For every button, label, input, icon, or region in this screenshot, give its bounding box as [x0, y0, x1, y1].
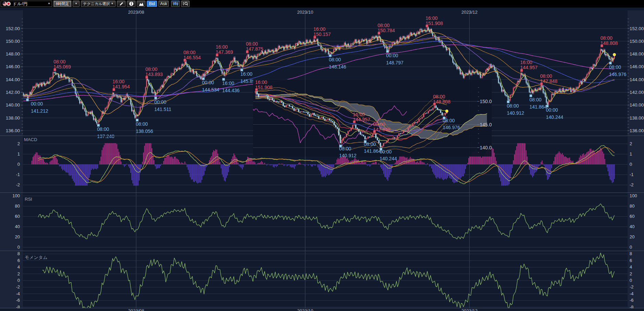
- svg-text:00:00: 00:00: [380, 149, 392, 154]
- svg-text:08:00: 08:00: [329, 57, 341, 62]
- bid-button[interactable]: Bid: [147, 1, 157, 7]
- svg-text:6: 6: [630, 258, 632, 263]
- info-icon: [129, 1, 134, 6]
- draw-pencil-button[interactable]: [117, 1, 126, 7]
- zoom-button[interactable]: [181, 1, 190, 7]
- swing-marker: [136, 119, 139, 121]
- swing-marker: [241, 69, 243, 71]
- swing-marker: [155, 97, 157, 99]
- svg-text:2023/12: 2023/12: [462, 10, 478, 15]
- chevron-down-icon: ▼: [75, 2, 77, 5]
- svg-text:2: 2: [17, 271, 20, 276]
- svg-text:08:00: 08:00: [53, 59, 65, 64]
- svg-text:-2: -2: [630, 284, 634, 289]
- svg-text:146.554: 146.554: [183, 55, 201, 60]
- zoom-icon: [182, 1, 188, 6]
- svg-text:-2: -2: [16, 284, 20, 289]
- svg-text:08:00: 08:00: [433, 94, 445, 99]
- us-jp-flag-icons: [2, 1, 11, 6]
- svg-text:00:00: 00:00: [546, 107, 558, 113]
- swing-marker: [546, 105, 549, 107]
- svg-text:152.00: 152.00: [6, 26, 20, 31]
- svg-text:16:00: 16:00: [222, 80, 234, 86]
- svg-text:141.954: 141.954: [112, 84, 130, 89]
- svg-text:144.00: 144.00: [6, 77, 20, 82]
- svg-text:100: 100: [12, 193, 20, 198]
- svg-text:148.00: 148.00: [630, 51, 644, 57]
- chevron-down-icon: ▼: [111, 2, 114, 5]
- svg-text:4: 4: [630, 264, 632, 270]
- chart-type-button[interactable]: [171, 1, 180, 7]
- svg-text:-4: -4: [630, 291, 634, 296]
- swing-marker: [26, 99, 29, 101]
- ask-button[interactable]: Ask: [158, 1, 169, 7]
- info-button[interactable]: [127, 1, 135, 7]
- svg-text:-1: -1: [16, 172, 20, 177]
- svg-text:08:00: 08:00: [145, 66, 157, 72]
- svg-text:138.00: 138.00: [630, 115, 644, 121]
- svg-text:-2: -2: [630, 182, 634, 187]
- svg-text:0: 0: [630, 162, 632, 167]
- swing-marker: [97, 124, 100, 126]
- svg-text:147.369: 147.369: [216, 49, 233, 55]
- svg-text:60: 60: [15, 214, 20, 219]
- svg-text:144.436: 144.436: [222, 88, 240, 93]
- svg-text:-6: -6: [630, 298, 634, 303]
- svg-text:148.146: 148.146: [329, 64, 346, 70]
- svg-text:140.00: 140.00: [630, 102, 644, 108]
- svg-text:0: 0: [630, 278, 632, 283]
- svg-text:00:00: 00:00: [202, 80, 214, 85]
- svg-text:150.0: 150.0: [480, 99, 492, 104]
- svg-text:141.511: 141.511: [154, 107, 171, 112]
- svg-text:150.00: 150.00: [6, 39, 20, 44]
- currency-pair-label: ドル/円: [13, 1, 46, 7]
- mountain-chart-button[interactable]: [137, 1, 145, 7]
- technical-select-button[interactable]: テクニカル選択 ▼: [81, 1, 116, 7]
- svg-text:6: 6: [17, 258, 20, 263]
- svg-text:136.00: 136.00: [630, 128, 644, 133]
- svg-text:16:00: 16:00: [240, 71, 252, 77]
- svg-text:143.893: 143.893: [145, 72, 163, 77]
- timeframe-dropdown-button[interactable]: ▼: [73, 1, 80, 7]
- svg-text:80: 80: [15, 203, 20, 209]
- svg-text:08:00: 08:00: [540, 73, 552, 79]
- svg-text:140.0: 140.0: [480, 145, 492, 150]
- swing-marker: [530, 95, 532, 97]
- timeframe-chip[interactable]: 8時間足: [53, 1, 71, 7]
- svg-text:142.00: 142.00: [6, 90, 20, 95]
- pencil-icon: [119, 1, 124, 6]
- svg-text:148.00: 148.00: [6, 51, 20, 57]
- currency-pair-select[interactable]: ドル/円 ▼: [1, 1, 52, 7]
- svg-text:148.797: 148.797: [386, 60, 404, 65]
- svg-text:1: 1: [17, 151, 20, 157]
- svg-text:16:00: 16:00: [313, 26, 325, 32]
- swing-marker: [223, 78, 225, 80]
- swing-marker: [507, 101, 510, 103]
- svg-text:16:00: 16:00: [112, 79, 124, 84]
- svg-text:1: 1: [630, 151, 632, 157]
- svg-text:150.784: 150.784: [378, 28, 395, 33]
- svg-text:08:00: 08:00: [246, 41, 258, 47]
- svg-text:MACD: MACD: [24, 137, 37, 142]
- mountain-chart-icon: [139, 2, 144, 6]
- svg-text:2023/10: 2023/10: [297, 10, 313, 15]
- chart-canvas[interactable]: 2023/082023/082023/102023/102023/122023/…: [0, 8, 644, 311]
- svg-text:08:00: 08:00: [378, 23, 390, 28]
- svg-text:2: 2: [17, 141, 20, 146]
- svg-text:08:00: 08:00: [136, 121, 148, 127]
- svg-text:146.976: 146.976: [443, 125, 460, 130]
- svg-text:146.976: 146.976: [609, 72, 627, 77]
- svg-text:140.912: 140.912: [339, 153, 357, 158]
- svg-text:-4: -4: [16, 291, 20, 296]
- svg-text:-1: -1: [630, 172, 634, 177]
- svg-text:141.212: 141.212: [31, 108, 48, 114]
- svg-text:20: 20: [630, 234, 634, 239]
- price-chart-svg[interactable]: 2023/082023/082023/102023/102023/122023/…: [0, 8, 644, 311]
- chevron-down-icon: ▼: [48, 2, 50, 5]
- svg-text:2: 2: [630, 271, 632, 276]
- svg-text:144.957: 144.957: [353, 117, 370, 122]
- svg-text:138.00: 138.00: [6, 115, 20, 121]
- svg-text:08:00: 08:00: [507, 103, 519, 109]
- svg-text:151.908: 151.908: [255, 85, 273, 90]
- svg-text:16:00: 16:00: [426, 15, 438, 21]
